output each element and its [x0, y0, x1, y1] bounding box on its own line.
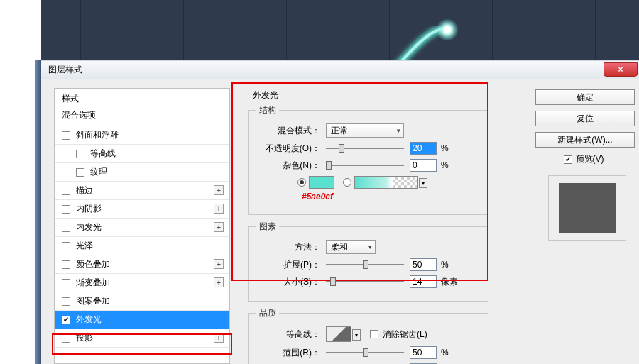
style-item-2[interactable]: 纹理 [55, 163, 229, 182]
style-item-checkbox[interactable] [62, 316, 70, 324]
opacity-slider[interactable] [326, 143, 404, 153]
antialias-label: 消除锯齿(L) [383, 329, 427, 341]
right-buttons-column: 确定 复位 新建样式(W)... 预览(V) [525, 88, 632, 364]
dialog-title: 图层样式 [48, 64, 82, 76]
structure-legend: 结构 [256, 104, 279, 116]
contour-dropdown-icon[interactable]: ▾ [352, 329, 361, 341]
canvas-background [41, 0, 639, 60]
add-effect-icon[interactable]: + [214, 222, 224, 232]
style-item-label: 渐变叠加 [76, 277, 110, 289]
range-label: 范围(R)： [256, 347, 320, 359]
style-item-6[interactable]: 光泽 [55, 237, 229, 255]
style-item-label: 外发光 [76, 314, 102, 326]
technique-value: 柔和 [331, 241, 348, 253]
blending-options-item[interactable]: 混合选项 [55, 108, 229, 126]
spread-label: 扩展(P)： [256, 259, 320, 271]
style-item-10[interactable]: 外发光 [55, 311, 229, 329]
outer-glow-title: 外发光 [253, 89, 525, 101]
style-item-checkbox[interactable] [62, 334, 70, 343]
style-item-checkbox[interactable] [62, 260, 70, 269]
ok-button[interactable]: 确定 [535, 89, 635, 105]
noise-label: 杂色(N)： [256, 160, 320, 172]
style-item-1[interactable]: 等高线 [55, 145, 229, 163]
elements-legend: 图素 [256, 221, 279, 233]
style-item-checkbox[interactable] [62, 297, 70, 306]
reset-button[interactable]: 复位 [535, 111, 635, 126]
glow-color-gradient-radio[interactable] [343, 178, 351, 187]
style-item-label: 光泽 [76, 240, 93, 252]
style-item-checkbox[interactable] [62, 242, 70, 250]
style-item-checkbox[interactable] [76, 150, 84, 158]
style-item-label: 斜面和浮雕 [76, 129, 119, 141]
structure-group: 结构 混合模式： 正常 ▾ 不透明度(O)： 20 [248, 104, 488, 215]
opacity-label: 不透明度(O)： [256, 143, 320, 155]
preview-checkbox-row[interactable]: 预览(V) [535, 153, 632, 165]
blend-mode-label: 混合模式： [256, 125, 320, 137]
layer-style-dialog: 图层样式 × 样式 混合选项 斜面和浮雕等高线纹理描边+内阴影+内发光+光泽颜色… [41, 60, 639, 364]
range-slider[interactable] [326, 348, 404, 358]
style-item-8[interactable]: 渐变叠加+ [55, 274, 229, 292]
style-item-7[interactable]: 颜色叠加+ [55, 255, 229, 274]
spread-input[interactable]: 50 [410, 258, 437, 271]
technique-select[interactable]: 柔和 ▾ [326, 240, 376, 254]
size-unit: 像素 [441, 276, 458, 288]
style-item-4[interactable]: 内阴影+ [55, 200, 229, 219]
noise-input[interactable]: 0 [410, 159, 437, 172]
annotation-color-hex: #5ae0cf [302, 192, 333, 202]
style-item-label: 图案叠加 [76, 295, 110, 307]
antialias-checkbox[interactable] [370, 330, 378, 338]
technique-label: 方法： [256, 241, 320, 253]
glow-color-swatch[interactable] [309, 176, 334, 189]
style-item-label: 描边 [76, 184, 93, 197]
style-item-checkbox[interactable] [62, 279, 70, 287]
style-item-label: 纹理 [90, 166, 107, 178]
settings-area: 外发光 结构 混合模式： 正常 ▾ 不透明度(O)： [230, 88, 525, 364]
style-item-label: 等高线 [90, 148, 116, 160]
close-button[interactable]: × [604, 62, 638, 77]
elements-group: 图素 方法： 柔和 ▾ 扩展(P)： 50 % [248, 221, 488, 302]
styles-list-panel: 样式 混合选项 斜面和浮雕等高线纹理描边+内阴影+内发光+光泽颜色叠加+渐变叠加… [54, 88, 230, 364]
gradient-dropdown-icon[interactable]: ▾ [419, 178, 427, 188]
contour-picker[interactable]: ▾ [326, 326, 351, 342]
add-effect-icon[interactable]: + [214, 277, 224, 287]
spread-slider[interactable] [326, 260, 404, 270]
range-input[interactable]: 50 [410, 346, 437, 359]
noise-slider[interactable] [326, 160, 404, 170]
style-item-0[interactable]: 斜面和浮雕 [55, 126, 229, 145]
style-item-checkbox[interactable] [76, 168, 84, 177]
glow-gradient-swatch[interactable]: ▾ [354, 176, 418, 189]
opacity-unit: % [441, 143, 449, 153]
style-item-checkbox[interactable] [62, 187, 70, 195]
style-item-checkbox[interactable] [62, 205, 70, 214]
new-style-button[interactable]: 新建样式(W)... [535, 132, 635, 148]
add-effect-icon[interactable]: + [214, 259, 224, 269]
styles-header[interactable]: 样式 [55, 89, 229, 108]
glow-color-solid-radio[interactable] [297, 178, 306, 187]
dialog-titlebar[interactable]: 图层样式 × [41, 61, 639, 79]
close-icon: × [618, 65, 623, 75]
blend-mode-select[interactable]: 正常 ▾ [326, 123, 404, 138]
style-item-checkbox[interactable] [62, 224, 70, 232]
style-item-5[interactable]: 内发光+ [55, 219, 229, 237]
quality-group: 品质 等高线： ▾ 消除锯齿(L) 范围(R)： [248, 307, 488, 364]
preview-label: 预览(V) [576, 153, 604, 165]
add-effect-icon[interactable]: + [214, 185, 224, 195]
style-item-11[interactable]: 投影+ [55, 329, 229, 348]
chevron-down-icon: ▾ [397, 127, 400, 134]
style-item-9[interactable]: 图案叠加 [55, 292, 229, 311]
style-item-checkbox[interactable] [62, 131, 70, 140]
range-unit: % [441, 348, 449, 358]
preview-checkbox[interactable] [564, 155, 572, 164]
glow-curve-artwork [41, 0, 639, 60]
style-item-label: 内阴影 [76, 203, 102, 215]
add-effect-icon[interactable]: + [214, 333, 224, 343]
style-item-label: 投影 [76, 332, 93, 344]
style-item-label: 颜色叠加 [76, 258, 110, 270]
opacity-input[interactable]: 20 [410, 142, 437, 155]
size-input[interactable]: 14 [410, 275, 437, 288]
add-effect-icon[interactable]: + [214, 204, 224, 214]
blend-mode-value: 正常 [331, 125, 348, 137]
svg-point-1 [444, 26, 451, 33]
style-item-3[interactable]: 描边+ [55, 182, 229, 200]
size-slider[interactable] [326, 277, 404, 287]
